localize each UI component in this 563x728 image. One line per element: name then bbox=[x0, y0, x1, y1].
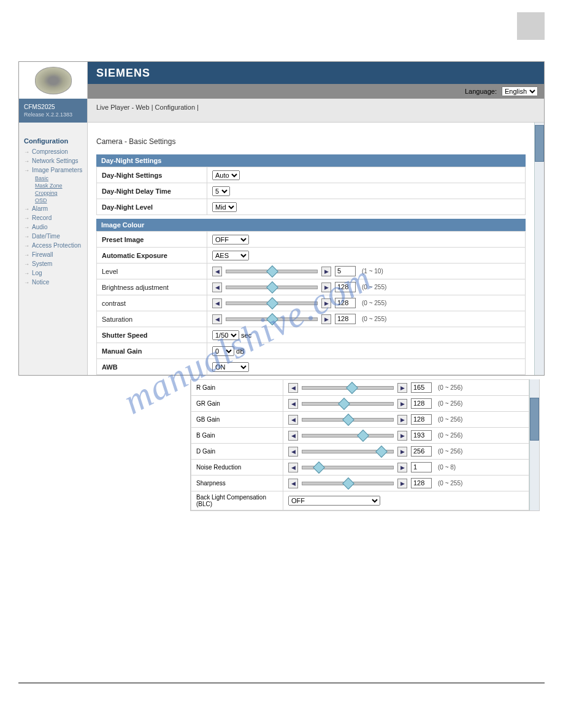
main-section2-level-thumb[interactable] bbox=[266, 265, 278, 278]
lower-rgain-inc-button[interactable]: ▶ bbox=[397, 383, 407, 393]
lower-grgain-range: (0 ~ 256) bbox=[438, 400, 462, 407]
main-section2-level-inc-button[interactable]: ▶ bbox=[321, 267, 331, 276]
lower-bgain-inc-button[interactable]: ▶ bbox=[397, 431, 407, 441]
lower-nr-thumb[interactable] bbox=[313, 461, 325, 474]
lower-gbgain-range: (0 ~ 256) bbox=[438, 416, 462, 423]
main-section2-brightness-thumb[interactable] bbox=[266, 281, 278, 294]
model-name: CFMS2025 bbox=[24, 104, 82, 110]
lower-bgain-slider[interactable] bbox=[302, 434, 394, 438]
daynight-table: Day-Night Settings Auto Day-Night Delay … bbox=[96, 167, 526, 215]
lower-rgain-value[interactable]: 165 bbox=[411, 382, 432, 393]
main-section2-brightness-range: (0 ~ 255) bbox=[362, 284, 386, 290]
lower-dgain-dec-button[interactable]: ◀ bbox=[288, 447, 298, 457]
sidebar-subitem-basic[interactable]: Basic bbox=[35, 175, 83, 182]
sidebar-item-image-parameters[interactable]: →Image Parameters bbox=[24, 165, 83, 175]
lower-dgain-value[interactable]: 256 bbox=[411, 446, 432, 457]
lower-sharp-slider[interactable] bbox=[302, 482, 394, 485]
lower-sharp-dec-button[interactable]: ◀ bbox=[288, 479, 298, 488]
main-section2-brightness-slider[interactable] bbox=[226, 286, 318, 289]
main-section2-contrast-slider[interactable] bbox=[226, 301, 318, 305]
release-label: Release X.2.2.1383 bbox=[24, 112, 82, 118]
main-scrollbar[interactable] bbox=[534, 123, 544, 375]
main-section2-brightness-value[interactable]: 128 bbox=[335, 282, 356, 292]
sidebar-subitem-cropping[interactable]: Cropping bbox=[35, 189, 83, 197]
main-content: Camera - Basic Settings Day-Night Settin… bbox=[88, 123, 534, 375]
main-section2-saturation-thumb[interactable] bbox=[266, 313, 278, 325]
dn-delay-label: Day-Night Delay Time bbox=[97, 183, 207, 199]
arrow-icon: → bbox=[24, 252, 29, 258]
scrollbar-thumb[interactable] bbox=[535, 125, 544, 162]
dn-level-select[interactable]: Mid bbox=[212, 202, 237, 212]
sidebar-subitem-osd[interactable]: OSD bbox=[35, 197, 83, 204]
lower-bgain-thumb[interactable] bbox=[357, 430, 369, 442]
shutter-select[interactable]: 1/50 bbox=[212, 330, 239, 340]
lower-rgain-thumb[interactable] bbox=[346, 382, 358, 394]
arrow-icon: → bbox=[24, 279, 29, 286]
ae-select[interactable]: AES bbox=[212, 251, 249, 260]
language-select[interactable]: English bbox=[502, 86, 538, 96]
main-section2-contrast-dec-button[interactable]: ◀ bbox=[212, 298, 222, 308]
sidebar-item-date-time[interactable]: →Date/Time bbox=[24, 232, 83, 241]
main-section2-level-slider[interactable] bbox=[226, 270, 318, 273]
lower-nr-dec-button[interactable]: ◀ bbox=[288, 463, 298, 472]
main-section2-saturation-inc-button[interactable]: ▶ bbox=[321, 314, 331, 324]
sidebar-subitem-mask-zone[interactable]: Mask Zone bbox=[35, 182, 83, 189]
lower-grgain-value[interactable]: 128 bbox=[411, 398, 432, 409]
lower-scrollbar[interactable] bbox=[529, 379, 539, 510]
lower-nr-slider[interactable] bbox=[302, 466, 394, 469]
arrow-icon: → bbox=[24, 206, 29, 212]
dn-delay-select[interactable]: 5 bbox=[212, 186, 230, 196]
main-section2-brightness-inc-button[interactable]: ▶ bbox=[321, 282, 331, 292]
lower-grgain-thumb[interactable] bbox=[338, 398, 350, 410]
lower-gbgain-slider[interactable] bbox=[302, 418, 394, 422]
lower-grgain-inc-button[interactable]: ▶ bbox=[397, 399, 407, 409]
lower-rgain-dec-button[interactable]: ◀ bbox=[288, 383, 298, 393]
blc-select[interactable]: OFF bbox=[288, 496, 380, 506]
lower-dgain-thumb[interactable] bbox=[375, 446, 388, 458]
gain-select[interactable]: 0 bbox=[212, 346, 234, 356]
sidebar-item-compression[interactable]: →Compression bbox=[24, 147, 83, 156]
level-row: Level◀▶5(1 ~ 10) bbox=[97, 264, 526, 279]
sidebar-item-access-protection[interactable]: →Access Protection bbox=[24, 241, 83, 250]
main-section2-saturation-value[interactable]: 128 bbox=[335, 314, 356, 324]
main-section2-contrast-value[interactable]: 128 bbox=[335, 298, 356, 308]
lower-bgain-dec-button[interactable]: ◀ bbox=[288, 431, 298, 441]
lower-grgain-slider[interactable] bbox=[302, 402, 394, 406]
sidebar-item-firewall[interactable]: →Firewall bbox=[24, 250, 83, 259]
lower-gbgain-thumb[interactable] bbox=[342, 414, 354, 426]
dn-settings-select[interactable]: Auto bbox=[212, 170, 240, 180]
sidebar-title: Configuration bbox=[24, 137, 83, 145]
lower-gbgain-inc-button[interactable]: ▶ bbox=[397, 415, 407, 425]
sidebar-item-alarm[interactable]: →Alarm bbox=[24, 204, 83, 213]
lower-bgain-value[interactable]: 193 bbox=[411, 430, 432, 441]
main-section2-brightness-dec-button[interactable]: ◀ bbox=[212, 282, 222, 292]
lower-scroll-thumb[interactable] bbox=[530, 398, 539, 441]
lower-nr-value[interactable]: 1 bbox=[411, 462, 432, 472]
sidebar-item-audio[interactable]: →Audio bbox=[24, 222, 83, 232]
sidebar-item-record[interactable]: →Record bbox=[24, 213, 83, 222]
lower-nr-inc-button[interactable]: ▶ bbox=[397, 463, 407, 472]
lower-dgain-slider[interactable] bbox=[302, 450, 394, 453]
main-section2-saturation-dec-button[interactable]: ◀ bbox=[212, 314, 222, 324]
main-section2-level-dec-button[interactable]: ◀ bbox=[212, 267, 222, 276]
sidebar-item-notice[interactable]: →Notice bbox=[24, 278, 83, 287]
lower-rgain-slider[interactable] bbox=[302, 386, 394, 390]
awb-select[interactable]: ON bbox=[212, 362, 249, 372]
arrow-icon: → bbox=[24, 233, 29, 240]
sidebar-item-log[interactable]: →Log bbox=[24, 268, 83, 278]
lower-grgain-dec-button[interactable]: ◀ bbox=[288, 399, 298, 409]
lower-dgain-inc-button[interactable]: ▶ bbox=[397, 447, 407, 457]
lower-sharp-inc-button[interactable]: ▶ bbox=[397, 479, 407, 488]
main-section2-level-value[interactable]: 5 bbox=[335, 266, 356, 276]
sidebar-item-system[interactable]: →System bbox=[24, 259, 83, 268]
preset-select[interactable]: OFF bbox=[212, 235, 249, 245]
sidebar-item-network-settings[interactable]: →Network Settings bbox=[24, 156, 83, 165]
main-section2-contrast-inc-button[interactable]: ▶ bbox=[321, 298, 331, 308]
shutter-label: Shutter Speed bbox=[97, 327, 207, 343]
lower-gbgain-value[interactable]: 128 bbox=[411, 414, 432, 425]
main-section2-contrast-thumb[interactable] bbox=[266, 297, 278, 309]
lower-sharp-value[interactable]: 128 bbox=[411, 478, 432, 488]
lower-gbgain-dec-button[interactable]: ◀ bbox=[288, 415, 298, 425]
main-section2-saturation-slider[interactable] bbox=[226, 317, 318, 321]
lower-sharp-thumb[interactable] bbox=[342, 477, 354, 490]
